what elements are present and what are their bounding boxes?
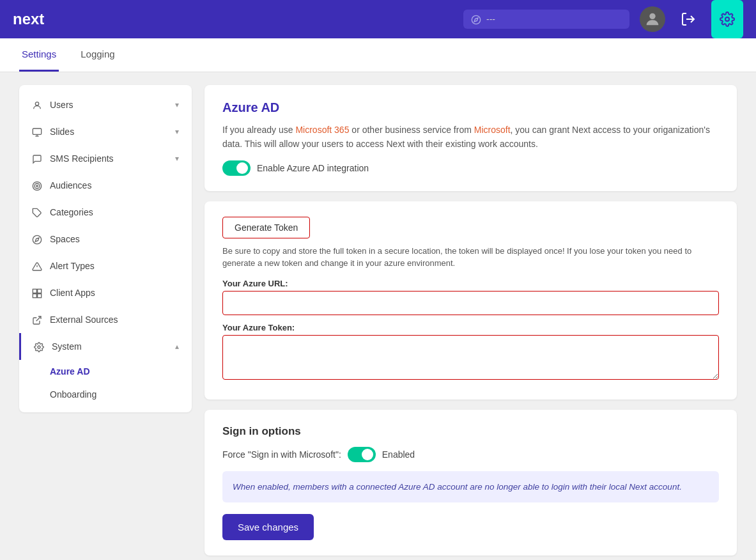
sidebar-item-users-label: Users bbox=[50, 100, 73, 110]
azure-ad-card: Azure AD If you already use Microsoft 36… bbox=[204, 85, 737, 191]
chat-icon bbox=[32, 153, 43, 164]
search-bar[interactable]: --- bbox=[463, 10, 629, 29]
azure-url-label: Your Azure URL: bbox=[222, 279, 719, 288]
compass-small-icon bbox=[32, 233, 43, 245]
azure-ad-toggle[interactable] bbox=[222, 160, 251, 176]
search-placeholder: --- bbox=[486, 14, 495, 24]
sidebar-item-audiences[interactable]: Audiences bbox=[19, 172, 192, 199]
apps-icon bbox=[32, 287, 43, 299]
azure-toggle-row: Enable Azure AD integration bbox=[222, 160, 719, 176]
svg-point-13 bbox=[33, 235, 41, 244]
chevron-down-icon: ▾ bbox=[175, 127, 179, 136]
app-header: next --- bbox=[0, 0, 756, 38]
sidebar-item-sms[interactable]: SMS Recipients ▾ bbox=[19, 145, 192, 172]
sidebar-item-alert-types[interactable]: Alert Types bbox=[19, 253, 192, 279]
azure-ad-title: Azure AD bbox=[222, 100, 719, 115]
sidebar-item-external-sources-label: External Sources bbox=[50, 315, 118, 325]
chevron-down-icon: ▾ bbox=[175, 100, 179, 109]
svg-rect-20 bbox=[38, 293, 42, 297]
sidebar-item-categories-label: Categories bbox=[50, 207, 93, 217]
top-navigation: Settings Logging bbox=[0, 38, 756, 72]
svg-rect-6 bbox=[33, 128, 41, 134]
sidebar-item-system-label: System bbox=[52, 341, 82, 352]
sidebar-item-alert-types-label: Alert Types bbox=[50, 261, 95, 271]
svg-rect-17 bbox=[33, 289, 36, 293]
main-content: Azure AD If you already use Microsoft 36… bbox=[204, 85, 737, 556]
azure-token-input[interactable] bbox=[222, 335, 719, 380]
svg-marker-14 bbox=[35, 238, 39, 242]
chevron-down-icon: ▾ bbox=[175, 154, 179, 163]
svg-marker-1 bbox=[474, 18, 478, 22]
force-sign-in-label: Force "Sign in with Microsoft": bbox=[222, 449, 341, 460]
sidebar-sub-azure-ad[interactable]: Azure AD bbox=[19, 360, 192, 383]
tab-logging[interactable]: Logging bbox=[78, 38, 117, 72]
sidebar-item-users[interactable]: Users ▾ bbox=[19, 91, 192, 118]
sidebar-item-client-apps[interactable]: Client Apps bbox=[19, 279, 192, 306]
sidebar-sub-onboarding[interactable]: Onboarding bbox=[19, 383, 192, 406]
sign-in-info-box: When enabled, members with a connected A… bbox=[222, 471, 719, 503]
sign-in-options-card: Sign in options Force "Sign in with Micr… bbox=[204, 410, 737, 556]
svg-rect-18 bbox=[38, 289, 42, 293]
azure-token-label: Your Azure Token: bbox=[222, 323, 719, 332]
sidebar-item-spaces-label: Spaces bbox=[50, 234, 80, 244]
token-warning-text: Be sure to copy and store the full token… bbox=[222, 245, 719, 270]
generate-token-button[interactable]: Generate Token bbox=[222, 217, 310, 238]
sidebar: Users ▾ Slides ▾ SMS Recipients ▾ Audien… bbox=[19, 85, 192, 412]
force-sign-in-row: Force "Sign in with Microsoft": Enabled bbox=[222, 447, 719, 462]
logout-button[interactable] bbox=[675, 6, 701, 32]
app-logo: next bbox=[13, 10, 44, 28]
sidebar-item-slides[interactable]: Slides ▾ bbox=[19, 118, 192, 145]
force-sign-in-enabled-text: Enabled bbox=[382, 449, 415, 460]
azure-url-input[interactable] bbox=[222, 291, 719, 315]
tab-settings[interactable]: Settings bbox=[19, 38, 59, 72]
sidebar-sub-onboarding-label: Onboarding bbox=[50, 389, 96, 400]
svg-line-21 bbox=[36, 316, 41, 321]
svg-point-2 bbox=[649, 13, 655, 19]
svg-point-11 bbox=[36, 185, 38, 187]
svg-rect-19 bbox=[33, 293, 36, 297]
svg-point-22 bbox=[38, 346, 40, 348]
token-card: Generate Token Be sure to copy and store… bbox=[204, 201, 737, 400]
chevron-up-icon: ▴ bbox=[175, 342, 179, 351]
tag-icon bbox=[32, 206, 43, 218]
sidebar-item-client-apps-label: Client Apps bbox=[50, 288, 95, 298]
svg-point-5 bbox=[35, 102, 38, 105]
compass-icon bbox=[471, 13, 481, 25]
sidebar-item-system[interactable]: System ▴ bbox=[19, 333, 192, 360]
sidebar-item-external-sources[interactable]: External Sources bbox=[19, 306, 192, 333]
azure-ad-description: If you already use Microsoft 365 or othe… bbox=[222, 123, 719, 152]
save-changes-button[interactable]: Save changes bbox=[222, 514, 314, 540]
triangle-icon bbox=[32, 260, 43, 272]
target-icon bbox=[32, 180, 43, 191]
settings-button[interactable] bbox=[711, 0, 743, 38]
sidebar-item-categories[interactable]: Categories bbox=[19, 199, 192, 226]
svg-point-10 bbox=[35, 183, 40, 189]
sidebar-sub-azure-label: Azure AD bbox=[50, 366, 90, 377]
sidebar-item-slides-label: Slides bbox=[50, 127, 74, 137]
sign-in-title: Sign in options bbox=[222, 425, 719, 438]
user-avatar[interactable] bbox=[640, 6, 665, 32]
svg-point-4 bbox=[725, 17, 729, 21]
external-icon bbox=[32, 314, 43, 325]
sidebar-item-spaces[interactable]: Spaces bbox=[19, 226, 192, 253]
sign-in-info-text: When enabled, members with a connected A… bbox=[233, 482, 682, 492]
force-sign-in-toggle[interactable] bbox=[348, 447, 376, 462]
monitor-icon bbox=[32, 126, 43, 137]
azure-toggle-label: Enable Azure AD integration bbox=[257, 163, 369, 173]
sidebar-item-sms-label: SMS Recipients bbox=[50, 153, 114, 164]
gear-icon bbox=[34, 341, 45, 352]
main-layout: Users ▾ Slides ▾ SMS Recipients ▾ Audien… bbox=[0, 72, 756, 560]
sidebar-item-audiences-label: Audiences bbox=[50, 180, 91, 191]
svg-point-0 bbox=[472, 15, 480, 24]
user-icon bbox=[32, 99, 43, 111]
